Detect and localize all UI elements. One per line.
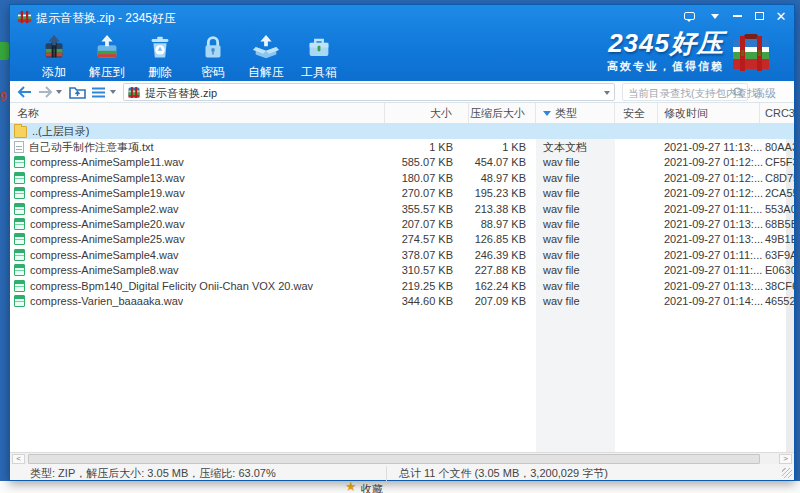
horizontal-scrollbar[interactable]: < >	[10, 452, 794, 464]
lock-icon	[198, 33, 228, 63]
search-input[interactable]: 当前目录查找(支持包内查找)	[622, 83, 748, 101]
file-row[interactable]: ..(上层目录)	[10, 124, 794, 139]
column-header-modified[interactable]: 修改时间	[658, 103, 760, 123]
file-crc32: 80AA3	[760, 141, 794, 153]
file-modified-time: 2021-09-27 01:12:...	[658, 172, 760, 184]
file-packed-size: 126.85 KB	[469, 233, 536, 245]
file-size: 378.07 KB	[385, 249, 469, 261]
toolbar-button-label: 添加	[28, 64, 80, 81]
list-view-icon	[92, 87, 105, 98]
toolbox-button[interactable]: 工具箱	[293, 33, 345, 79]
file-packed-size: 213.38 KB	[469, 203, 536, 215]
column-header-size[interactable]: 大小	[385, 103, 469, 123]
file-name-cell: compress-AnimeSample19.wav	[10, 187, 385, 199]
toolbar-button-label: 密码	[187, 64, 239, 81]
feedback-button[interactable]	[676, 7, 702, 25]
navigation-bar: 提示音替换.zip 当前目录查找(支持包内查找) 高级	[10, 81, 794, 103]
file-name: compress-AnimeSample19.wav	[30, 187, 185, 199]
toolbar-button-label: 解压到	[81, 64, 133, 81]
delete-button[interactable]: 删除	[134, 33, 186, 79]
self-extract-button[interactable]: 自解压	[240, 33, 292, 79]
file-crc32: 2CA55	[760, 187, 794, 199]
file-modified-time: 2021-09-27 01:11:...	[658, 264, 760, 276]
close-button[interactable]: ✕	[768, 7, 794, 25]
column-header-type[interactable]: 类型	[536, 103, 615, 123]
address-dropdown-icon[interactable]	[604, 91, 610, 95]
file-type: 文本文档	[536, 140, 615, 155]
back-button[interactable]	[15, 83, 33, 101]
file-type: wav file	[536, 156, 615, 168]
resize-grip[interactable]	[782, 468, 792, 478]
file-row[interactable]: compress-AnimeSample19.wav 270.07 KB 195…	[10, 186, 794, 201]
password-button[interactable]: 密码	[187, 33, 239, 79]
file-row[interactable]: compress-AnimeSample8.wav 310.57 KB 227.…	[10, 263, 794, 278]
file-row[interactable]: 自己动手制作注意事项.txt 1 KB 1 KB 文本文档 2021-09-27…	[10, 139, 794, 154]
search-icon[interactable]	[733, 87, 744, 98]
file-name-cell: compress-AnimeSample2.wav	[10, 203, 385, 215]
column-header-security[interactable]: 安全	[615, 103, 658, 123]
forward-button[interactable]	[36, 83, 54, 101]
column-header-type-label: 类型	[555, 103, 577, 123]
file-type-icon	[14, 141, 24, 153]
title-bar: 提示音替换.zip - 2345好压 ✕	[10, 5, 794, 29]
file-row[interactable]: compress-AnimeSample20.wav 207.07 KB 88.…	[10, 216, 794, 231]
status-total-files: 总计 11 个文件 (3.05 MB，3,200,029 字节)	[386, 466, 608, 481]
file-row[interactable]: compress-AnimeSample4.wav 378.07 KB 246.…	[10, 247, 794, 262]
window-title: 提示音替换.zip - 2345好压	[36, 10, 176, 27]
column-header-packed-size[interactable]: 压缩后大小	[469, 103, 536, 123]
column-header-name[interactable]: 名称	[10, 103, 385, 123]
favorite-label: 收藏	[361, 482, 383, 493]
file-type-icon	[14, 126, 27, 138]
desktop-strip: ★ 收藏	[0, 481, 800, 493]
status-bar: 类型: ZIP，解压后大小: 3.05 MB，压缩比: 63.07% 总计 11…	[10, 464, 794, 480]
file-row[interactable]: compress-AnimeSample25.wav 274.57 KB 126…	[10, 232, 794, 247]
brand-tagline: 高效专业，值得信赖	[607, 59, 724, 74]
chevron-down-icon	[56, 90, 62, 94]
file-name-cell: compress-AnimeSample25.wav	[10, 233, 385, 245]
column-header-crc32[interactable]: CRC32	[760, 103, 794, 123]
add-archive-icon	[39, 33, 69, 63]
file-name-cell: compress-Varien_baaaaka.wav	[10, 295, 385, 307]
file-type: wav file	[536, 233, 615, 245]
file-name-cell: 自己动手制作注意事项.txt	[10, 140, 385, 155]
file-row[interactable]: compress-AnimeSample11.wav 585.07 KB 454…	[10, 155, 794, 170]
file-type: wav file	[536, 264, 615, 276]
trash-icon	[145, 33, 175, 63]
file-name: ..(上层目录)	[32, 124, 89, 139]
horizontal-scrollbar-thumb[interactable]	[28, 454, 760, 464]
file-row[interactable]: compress-Bpm140_Digital Felicity Onii-Ch…	[10, 278, 794, 293]
file-modified-time: 2021-09-27 01:13:...	[658, 280, 760, 292]
haozip-window: 提示音替换.zip - 2345好压 ✕ 添加	[9, 4, 795, 481]
view-mode-button[interactable]	[90, 83, 107, 101]
file-row[interactable]: compress-Varien_baaaaka.wav 344.60 KB 20…	[10, 293, 794, 308]
add-button[interactable]: 添加	[28, 33, 80, 79]
view-dropdown-button[interactable]	[108, 83, 118, 101]
file-modified-time: 2021-09-27 01:11:...	[658, 203, 760, 215]
address-bar[interactable]: 提示音替换.zip	[123, 83, 615, 101]
file-name-cell: compress-AnimeSample4.wav	[10, 249, 385, 261]
file-size: 355.57 KB	[385, 203, 469, 215]
file-name-cell: compress-AnimeSample20.wav	[10, 218, 385, 230]
scroll-left-arrow[interactable]: <	[12, 454, 25, 464]
file-row[interactable]: compress-AnimeSample2.wav 355.57 KB 213.…	[10, 201, 794, 216]
file-name: compress-Bpm140_Digital Felicity Onii-Ch…	[30, 280, 313, 292]
extract-icon	[92, 33, 122, 63]
file-packed-size: 207.09 KB	[469, 295, 536, 307]
file-crc32: CF5F3	[760, 156, 794, 168]
desktop-artifact: 9	[0, 90, 7, 104]
scroll-right-arrow[interactable]: >	[779, 454, 792, 464]
file-name-cell: compress-AnimeSample13.wav	[10, 172, 385, 184]
desktop-artifact	[0, 42, 9, 60]
extract-to-button[interactable]: 解压到	[81, 33, 133, 79]
history-dropdown-button[interactable]	[54, 83, 64, 101]
file-packed-size: 162.24 KB	[469, 280, 536, 292]
file-crc32: E0630	[760, 264, 794, 276]
sort-descending-icon	[543, 111, 551, 116]
file-name: compress-AnimeSample20.wav	[30, 218, 185, 230]
file-row[interactable]: compress-AnimeSample13.wav 180.07 KB 48.…	[10, 170, 794, 185]
self-extract-icon	[251, 33, 281, 63]
chevron-down-icon	[110, 90, 116, 94]
up-directory-button[interactable]	[67, 83, 87, 101]
advanced-search-link[interactable]: 高级	[754, 86, 776, 101]
brand-area: 2345好压 高效专业，值得信赖	[550, 29, 780, 79]
